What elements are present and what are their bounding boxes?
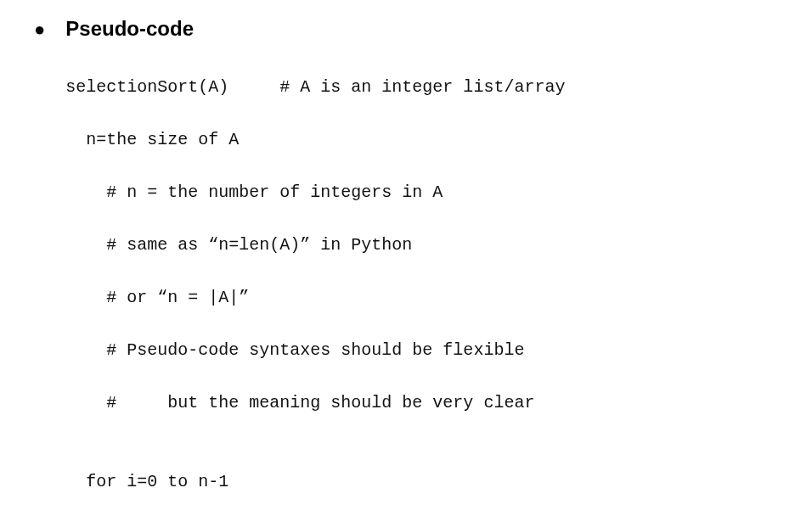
code-line: # n = the number of integers in A [65, 179, 778, 205]
code-line: # or “n = |A|” [65, 284, 778, 311]
section-heading: Pseudo-code [65, 17, 778, 41]
pseudocode-block: selectionSort(A) # A is an integer list/… [65, 48, 778, 516]
code-line: n=the size of A [65, 126, 778, 153]
content-block: Pseudo-code selectionSort(A) # A is an i… [65, 17, 778, 516]
code-line: # but the meaning should be very clear [65, 390, 778, 416]
bullet-section: ● Pseudo-code selectionSort(A) # A is an… [34, 17, 778, 516]
code-line: # Pseudo-code syntaxes should be flexibl… [65, 337, 778, 363]
code-line: selectionSort(A) # A is an integer list/… [65, 74, 778, 100]
code-line: # same as “n=len(A)” in Python [65, 232, 778, 258]
code-line: for i=0 to n-1 [65, 468, 778, 495]
bullet-icon: ● [34, 20, 45, 39]
